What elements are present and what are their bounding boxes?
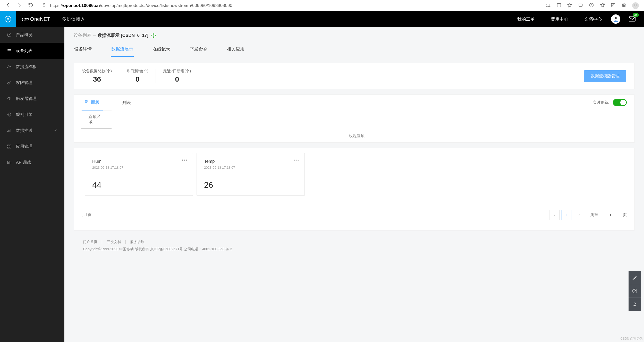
favorites-icon[interactable] bbox=[600, 3, 605, 8]
svg-point-11 bbox=[635, 4, 637, 6]
forward-icon[interactable] bbox=[16, 2, 22, 9]
svg-point-28 bbox=[634, 303, 635, 304]
support-tool-icon[interactable] bbox=[629, 298, 641, 311]
sidebar-item-permissions[interactable]: 权限管理 bbox=[0, 75, 64, 91]
svg-point-10 bbox=[624, 5, 625, 7]
svg-rect-25 bbox=[86, 102, 87, 103]
browser-address-bar: https://open.iot.10086.cn/develop/mqtt/p… bbox=[0, 0, 644, 11]
mail-badge: 34 bbox=[633, 13, 639, 17]
footer-link-portal[interactable]: 门户首页 bbox=[83, 240, 97, 244]
svg-point-13 bbox=[615, 17, 617, 19]
nav-orders[interactable]: 我的工单 bbox=[517, 16, 535, 22]
breadcrumb-parent[interactable]: 设备列表 bbox=[74, 32, 91, 38]
brand-logo-icon[interactable] bbox=[0, 11, 16, 27]
grid-icon bbox=[85, 100, 89, 105]
footer-copyright: Copyright©1999-2023 中国移动 版权所有 京ICP备05002… bbox=[83, 247, 625, 252]
nav-docs[interactable]: 文档中心 bbox=[584, 16, 602, 22]
pin-section-tab[interactable]: 置顶区域 bbox=[81, 110, 112, 129]
main-content: 设备列表 – 数据流展示 [CSDN_6_17] ? 设备详情 数据流展示 在线… bbox=[64, 27, 644, 342]
svg-point-8 bbox=[624, 4, 625, 5]
footer-link-docs[interactable]: 开发文档 bbox=[107, 240, 121, 244]
sidebar: 产品概况 设备列表 数据流模板 权限管理 触发器管理 规则引擎 数据推送 bbox=[0, 27, 64, 342]
svg-rect-5 bbox=[613, 3, 615, 5]
tab-device-detail[interactable]: 设备详情 bbox=[74, 42, 92, 57]
svg-rect-19 bbox=[7, 145, 9, 146]
data-panel: 面板 列表 实时刷新: 置顶区域 — 收起置顶 bbox=[74, 95, 635, 143]
lock-icon bbox=[42, 3, 46, 8]
sidebar-item-label: 产品概况 bbox=[16, 32, 32, 38]
svg-rect-21 bbox=[7, 147, 9, 148]
svg-rect-14 bbox=[629, 17, 635, 21]
collapse-pin-button[interactable]: — 收起置顶 bbox=[74, 129, 634, 142]
collections-icon[interactable] bbox=[611, 3, 616, 8]
stats-card: 设备数据总数(个) 36 昨日新增(个) 0 最近7日新增(个) 0 数据流模版… bbox=[74, 63, 635, 89]
svg-rect-6 bbox=[611, 5, 613, 7]
nav-billing[interactable]: 费用中心 bbox=[551, 16, 568, 22]
sidebar-item-overview[interactable]: 产品概况 bbox=[0, 27, 64, 43]
footer-link-tos[interactable]: 服务协议 bbox=[130, 240, 145, 244]
user-avatar[interactable] bbox=[611, 14, 620, 24]
sidebar-item-apps[interactable]: 应用管理 bbox=[0, 139, 64, 155]
svg-rect-0 bbox=[43, 5, 45, 7]
screenshot-icon[interactable] bbox=[578, 3, 583, 8]
sidebar-item-label: 触发器管理 bbox=[16, 96, 37, 101]
svg-rect-4 bbox=[611, 3, 613, 5]
prev-page-button[interactable] bbox=[549, 210, 560, 220]
sidebar-item-stream-template[interactable]: 数据流模板 bbox=[0, 59, 64, 75]
jump-input[interactable] bbox=[603, 210, 618, 220]
back-icon[interactable] bbox=[5, 2, 11, 9]
tab-bar: 设备详情 数据流展示 在线记录 下发命令 相关应用 bbox=[64, 42, 644, 57]
sidebar-item-label: 权限管理 bbox=[16, 80, 32, 86]
stat-week: 最近7日新增(个) 0 bbox=[156, 69, 198, 83]
breadcrumb-current: 数据流展示 [CSDN_6_17] bbox=[98, 32, 148, 38]
mail-icon[interactable]: 34 bbox=[628, 15, 636, 24]
help-icon[interactable]: ? bbox=[151, 33, 156, 38]
sidebar-item-rules[interactable]: 规则引擎 bbox=[0, 107, 64, 123]
sidebar-item-label: API调试 bbox=[16, 160, 31, 165]
sidebar-item-data-push[interactable]: 数据推送 bbox=[0, 123, 64, 139]
data-card-temp: ••• Temp 2023-06-18 17:18:07 26 bbox=[197, 153, 305, 196]
svg-rect-24 bbox=[87, 100, 88, 101]
manage-template-button[interactable]: 数据流模版管理 bbox=[584, 70, 626, 82]
svg-point-12 bbox=[7, 18, 9, 20]
jump-suffix: 页 bbox=[623, 212, 627, 217]
url-field[interactable]: https://open.iot.10086.cn/develop/mqtt/p… bbox=[38, 2, 541, 10]
sidebar-item-devices[interactable]: 设备列表 bbox=[0, 43, 64, 59]
refresh-icon[interactable] bbox=[28, 2, 33, 9]
view-list-tab[interactable]: 列表 bbox=[113, 95, 134, 110]
page-1-button[interactable]: 1 bbox=[562, 210, 572, 220]
data-card-humi: ••• Humi 2023-06-18 17:18:07 44 bbox=[85, 153, 193, 196]
brand-name: c∞OneNET bbox=[16, 15, 56, 23]
extension-icon[interactable] bbox=[621, 3, 626, 8]
reader-icon[interactable] bbox=[556, 3, 562, 8]
profile-avatar[interactable] bbox=[632, 2, 639, 9]
footer: 门户首页| 开发文档| 服务协议 Copyright©1999-2023 中国移… bbox=[64, 230, 644, 261]
text-size-icon[interactable] bbox=[546, 3, 551, 8]
more-icon[interactable]: ••• bbox=[182, 158, 188, 163]
view-panel-tab[interactable]: 面板 bbox=[82, 95, 103, 110]
tab-related-apps[interactable]: 相关应用 bbox=[226, 42, 245, 57]
watermark: CSDN @孙启尧 bbox=[620, 337, 642, 341]
sidebar-item-label: 数据流模板 bbox=[16, 64, 37, 70]
floating-toolbar bbox=[629, 271, 641, 311]
sidebar-item-label: 数据推送 bbox=[16, 128, 32, 133]
edit-tool-icon[interactable] bbox=[629, 271, 641, 284]
chevron-down-icon bbox=[53, 127, 58, 134]
svg-rect-26 bbox=[87, 102, 88, 103]
realtime-refresh-toggle[interactable] bbox=[613, 99, 627, 106]
sidebar-item-triggers[interactable]: 触发器管理 bbox=[0, 91, 64, 107]
stat-yesterday: 昨日新增(个) 0 bbox=[119, 69, 156, 83]
sidebar-item-api-debug[interactable]: API调试 bbox=[0, 155, 64, 170]
realtime-refresh-label: 实时刷新: bbox=[593, 100, 609, 105]
clock-icon[interactable] bbox=[589, 3, 594, 8]
list-icon bbox=[116, 100, 120, 105]
svg-point-9 bbox=[622, 5, 624, 7]
tab-online-record[interactable]: 在线记录 bbox=[152, 42, 171, 57]
tab-send-command[interactable]: 下发命令 bbox=[189, 42, 208, 57]
help-tool-icon[interactable] bbox=[629, 284, 641, 298]
tab-data-stream[interactable]: 数据流展示 bbox=[111, 42, 134, 57]
next-page-button[interactable] bbox=[574, 210, 584, 220]
more-icon[interactable]: ••• bbox=[293, 158, 299, 163]
pagination: 共1页 1 跳至 页 bbox=[74, 205, 634, 230]
star-icon[interactable] bbox=[567, 3, 572, 8]
